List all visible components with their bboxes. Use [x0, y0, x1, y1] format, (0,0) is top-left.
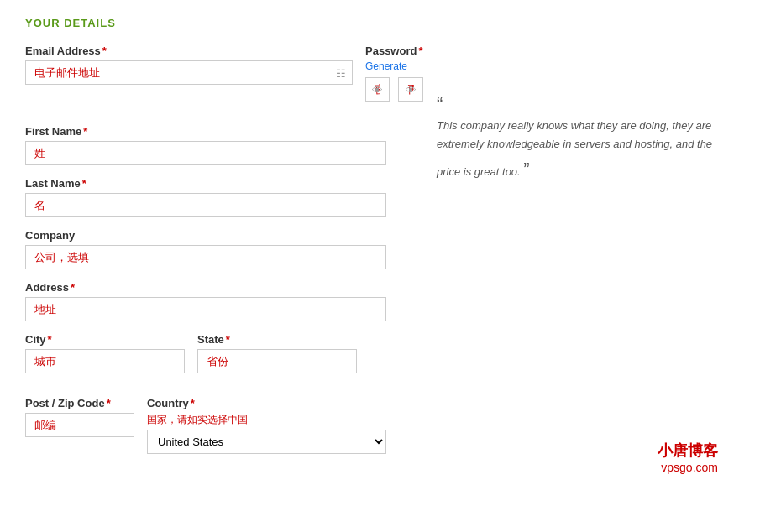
- company-label: Company: [25, 229, 386, 242]
- firstname-label: First Name*: [25, 125, 386, 138]
- state-group: State*: [197, 333, 357, 373]
- lastname-label: Last Name*: [25, 177, 386, 190]
- zip-country-row: Post / Zip Code* Country* 国家，请如实选择中国 Uni…: [25, 397, 386, 466]
- password-group: 👁: [365, 77, 390, 102]
- zip-label: Post / Zip Code*: [25, 397, 134, 409]
- company-input[interactable]: [25, 245, 386, 269]
- watermark: 小唐博客 vpsgo.com: [658, 441, 718, 474]
- state-label: State*: [197, 333, 357, 346]
- city-label: City*: [25, 333, 185, 346]
- site-name: 小唐博客: [658, 441, 718, 461]
- password-input-wrapper: 👁: [365, 77, 390, 102]
- site-url: vpsgo.com: [658, 461, 718, 474]
- right-column: “ This company really knows what they ar…: [411, 44, 735, 466]
- city-input[interactable]: [25, 349, 185, 373]
- email-group: Email Address* ☷: [25, 44, 353, 85]
- testimonial-text: This company really knows what they are …: [437, 119, 712, 178]
- country-select[interactable]: United States China: [147, 430, 386, 454]
- email-password-row: Email Address* ☷ Password* Generate: [25, 44, 386, 113]
- state-input[interactable]: [197, 349, 357, 373]
- company-group: Company: [25, 229, 386, 269]
- password-show-icon: 👁: [372, 83, 383, 96]
- lastname-input[interactable]: [25, 193, 386, 217]
- firstname-input[interactable]: [25, 141, 386, 165]
- address-group: Address*: [25, 281, 386, 321]
- address-label: Address*: [25, 281, 386, 294]
- email-input[interactable]: [25, 60, 353, 85]
- firstname-group: First Name*: [25, 125, 386, 165]
- section-title: YOUR DETAILS: [25, 17, 735, 29]
- country-group: Country* 国家，请如实选择中国 United States China: [147, 397, 386, 454]
- zip-group: Post / Zip Code*: [25, 397, 134, 437]
- close-quote-icon: ”: [523, 159, 529, 180]
- country-note: 国家，请如实选择中国: [147, 413, 386, 427]
- testimonial: “ This company really knows what they ar…: [428, 95, 735, 185]
- email-input-wrapper: ☷: [25, 60, 353, 85]
- city-group: City*: [25, 333, 185, 373]
- country-label: Country*: [147, 397, 386, 409]
- form-column: Email Address* ☷ Password* Generate: [25, 44, 386, 466]
- email-label: Email Address*: [25, 44, 353, 57]
- open-quote-icon: “: [437, 95, 735, 113]
- lastname-group: Last Name*: [25, 177, 386, 217]
- city-state-row: City* State*: [25, 333, 386, 385]
- address-input[interactable]: [25, 297, 386, 321]
- zip-input[interactable]: [25, 413, 134, 437]
- email-icon: ☷: [336, 66, 346, 79]
